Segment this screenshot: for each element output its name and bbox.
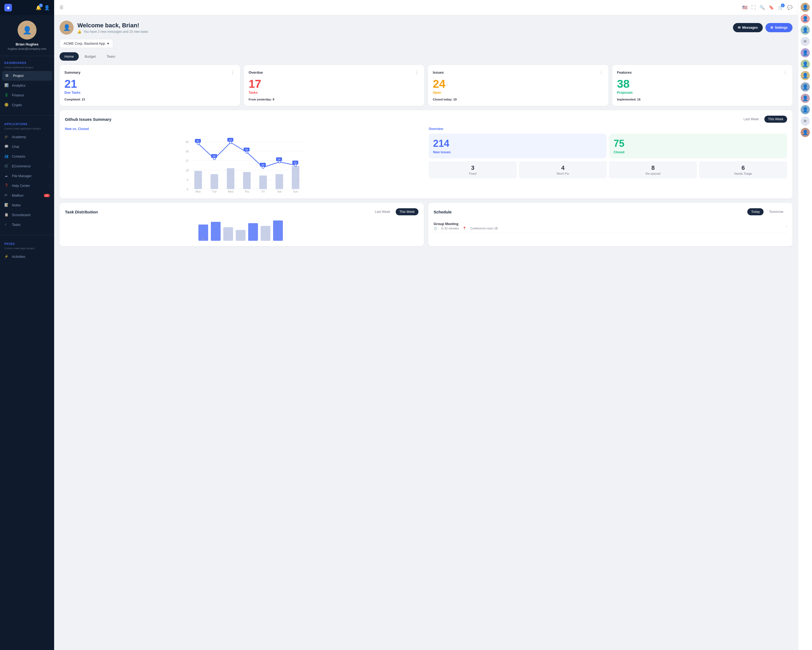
mini-stat-reopened: 8 Re-opened [609, 161, 697, 179]
right-panel-avatar-1[interactable]: 👤 [801, 3, 810, 12]
svg-rect-16 [259, 176, 267, 189]
svg-point-22 [246, 151, 248, 153]
sidebar-item-academy[interactable]: 🎓 Academy [0, 132, 54, 142]
closed-card: 75 Closed [609, 133, 787, 158]
right-panel-initial-1[interactable]: M [801, 37, 810, 46]
task-last-week-button[interactable]: Last Week [371, 208, 394, 215]
right-panel-avatar-6[interactable]: 👤 [801, 71, 810, 80]
sidebar-item-label: Project [13, 74, 24, 78]
sidebar-item-tasks[interactable]: ✓ Tasks [0, 220, 54, 230]
overdue-menu[interactable]: ⋮ [415, 70, 419, 75]
tasks-icon: ✓ [4, 222, 9, 227]
right-panel-avatar-4[interactable]: 👤 [801, 48, 810, 57]
hamburger-menu-icon[interactable]: ☰ [60, 5, 63, 10]
sidebar-item-crypto[interactable]: 🪙 Crypto [0, 100, 54, 110]
messages-button[interactable]: ✉ Messages [733, 23, 762, 32]
summary-menu[interactable]: ⋮ [230, 70, 235, 75]
sidebar-item-mailbox[interactable]: ✉ Mailbox 27 [0, 191, 54, 200]
fullscreen-icon[interactable]: ⛶ [751, 5, 756, 10]
last-week-button[interactable]: Last Week [740, 116, 762, 123]
main-content: 👤 Welcome back, Brian! 🔔 You have 2 new … [54, 15, 798, 650]
app-selector: ACME Corp. Backend App ▾ [60, 39, 792, 48]
mini-stat-needstriage: 6 Needs Triage [699, 161, 787, 179]
overview-subtitle: Overview [429, 127, 787, 131]
summary-card: Summary ⋮ 21 Due Tasks Completed: 13 [60, 65, 240, 106]
cart-icon: 🛒 [4, 164, 9, 169]
features-card: Features ⋮ 38 Proposals Implemented: 16 [612, 65, 793, 106]
tomorrow-button[interactable]: Tomorrow [765, 208, 787, 215]
bookmark-icon[interactable]: 🔖 [769, 5, 774, 10]
sidebar-item-scrumboard[interactable]: 📋 Scrumboard [0, 210, 54, 220]
sidebar-item-finance[interactable]: 💲 Finance [0, 90, 54, 100]
sidebar-item-helpcenter[interactable]: ❓ Help Center › [0, 181, 54, 191]
scrum-icon: 📋 [4, 213, 9, 217]
line-bar-chart: 0 9 18 27 36 45 [65, 133, 423, 193]
right-panel-avatar-7[interactable]: 👤 [801, 82, 810, 92]
right-panel-avatar-2[interactable]: 👤 [801, 14, 810, 23]
task-this-week-button[interactable]: This Week [396, 208, 418, 215]
features-menu[interactable]: ⋮ [783, 70, 788, 75]
sidebar-item-filemanager[interactable]: ☁ File Manager [0, 171, 54, 181]
today-button[interactable]: Today [747, 208, 763, 215]
app-logo[interactable]: ◆ [4, 4, 12, 11]
chevron-right-icon: › [49, 184, 50, 187]
schedule-card: Schedule Today Tomorrow Group Meeting 🕐 … [428, 203, 792, 246]
settings-button[interactable]: ⚙ Settings [765, 23, 792, 32]
tab-team[interactable]: Team [102, 52, 120, 61]
flag-icon[interactable]: 🇺🇸 [742, 5, 748, 10]
app-selector-button[interactable]: ACME Corp. Backend App ▾ [60, 39, 113, 48]
issues-card: Issues ⋮ 24 Open Closed today: 19 [428, 65, 609, 106]
sidebar-item-notes[interactable]: 📝 Notes [0, 200, 54, 210]
messages-icon[interactable]: 💬 [787, 5, 792, 10]
svg-text:Sat: Sat [277, 190, 281, 193]
sidebar-item-analytics[interactable]: 📊 Analytics [0, 81, 54, 90]
summary-number: 21 [64, 78, 235, 90]
tabs: Home Budget Team [60, 52, 792, 61]
svg-rect-12 [194, 171, 202, 189]
overdue-label: Tasks [249, 91, 420, 95]
right-panel-avatar-5[interactable]: 👤 [801, 60, 810, 69]
sidebar-item-ecommerce[interactable]: 🛒 ECommerce › [0, 161, 54, 171]
right-panel-avatar-10[interactable]: 👤 [801, 128, 810, 137]
cart-icon-container[interactable]: 🛒 5 [778, 5, 783, 10]
sidebar-item-project[interactable]: ⊞ Project [2, 71, 52, 81]
sidebar-item-contacts[interactable]: 👥 Contacts [0, 151, 54, 161]
notification-bell[interactable]: 🔔 3 [36, 5, 41, 11]
sidebar-item-activities[interactable]: ⚡ Activities [0, 252, 54, 262]
svg-text:42: 42 [197, 140, 199, 142]
main-wrapper: ☰ 🇺🇸 ⛶ 🔍 🔖 🛒 5 💬 👤 Welcome back, Brian! [54, 0, 798, 650]
schedule-toggle: Today Tomorrow [747, 208, 787, 215]
clock-icon: 🕐 [433, 227, 437, 230]
svg-rect-18 [292, 166, 299, 189]
overdue-footer: From yesterday: 9 [249, 98, 420, 101]
sidebar-item-label: Mailbox [12, 194, 24, 197]
topbar-right: 🇺🇸 ⛶ 🔍 🔖 🛒 5 💬 [742, 5, 792, 10]
features-number: 38 [617, 78, 788, 90]
tab-budget[interactable]: Budget [80, 52, 101, 61]
sidebar-item-chat[interactable]: 💬 Chat [0, 142, 54, 151]
svg-text:Sun: Sun [293, 190, 298, 193]
sidebar-item-label: Analytics [12, 84, 26, 87]
needstriage-num: 6 [702, 164, 784, 171]
this-week-button[interactable]: This Week [765, 116, 787, 123]
needstriage-label: Needs Triage [702, 172, 784, 175]
issues-title: Issues [433, 70, 444, 75]
right-panel-avatar-9[interactable]: 👤 [801, 105, 810, 114]
right-panel-avatar-3[interactable]: 👤 [801, 26, 810, 35]
sidebar-item-label: Help Center [12, 184, 30, 188]
task-distribution-title: Task Distribution [65, 210, 98, 214]
sidebar-item-label: ECommerce [12, 164, 31, 168]
issues-menu[interactable]: ⋮ [599, 70, 604, 75]
user-icon[interactable]: 👤 [44, 5, 50, 11]
event-location: Conference room 1B [470, 227, 498, 230]
svg-rect-51 [248, 223, 258, 241]
event-arrow-icon[interactable]: › [786, 224, 787, 228]
chevron-down-icon: ▾ [107, 41, 109, 46]
dashboards-label: DASHBOARDS [0, 60, 54, 66]
svg-point-21 [229, 141, 232, 144]
right-panel-initial-2[interactable]: M [801, 116, 810, 126]
search-icon[interactable]: 🔍 [760, 5, 765, 10]
sidebar-item-label: Scrumboard [12, 213, 30, 217]
right-panel-avatar-8[interactable]: 👤 [801, 94, 810, 103]
tab-home[interactable]: Home [60, 52, 79, 61]
